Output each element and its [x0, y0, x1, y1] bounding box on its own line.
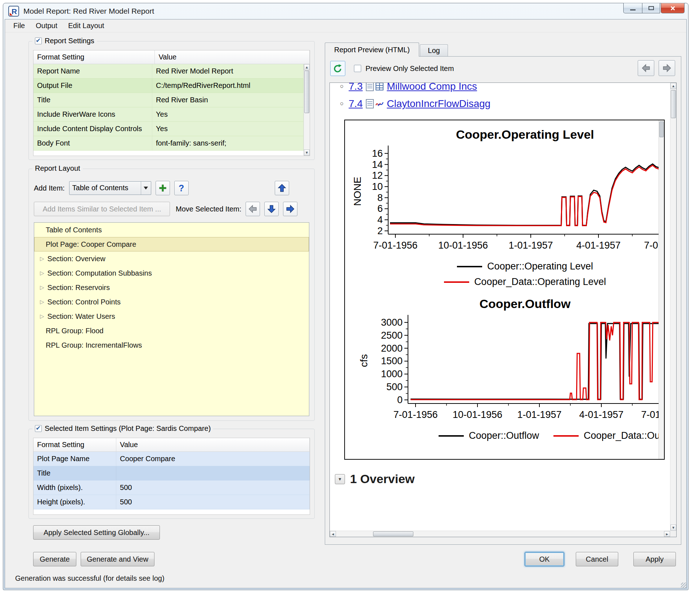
preview-only-checkbox[interactable]: [354, 65, 361, 72]
setting-cell[interactable]: Body Font: [33, 136, 152, 150]
value-cell[interactable]: 500: [116, 481, 310, 495]
toc-link[interactable]: 7.4ClaytonIncrFlowDisagg: [340, 95, 670, 112]
preview-back-button[interactable]: [638, 60, 654, 76]
table-row[interactable]: Height (pixels).500: [33, 495, 310, 509]
value-cell[interactable]: Red River Model Report: [152, 64, 304, 78]
move-right-button[interactable]: [283, 202, 297, 216]
table-row[interactable]: Body Fontfont-family: sans-serif;: [33, 136, 304, 151]
setting-cell[interactable]: Include RiverWare Icons: [33, 107, 152, 121]
menu-edit-layout[interactable]: Edit Layout: [63, 20, 109, 32]
value-cell[interactable]: Cooper Compare: [116, 452, 310, 466]
scroll-thumb[interactable]: [671, 90, 676, 118]
report-layout-list[interactable]: Table of ContentsPlot Page: Cooper Compa…: [34, 222, 309, 416]
expand-icon[interactable]: [40, 284, 44, 291]
collapse-section-button[interactable]: [335, 474, 345, 484]
preview-vertical-scrollbar[interactable]: [670, 83, 676, 531]
value-cell[interactable]: C:/temp/RedRiverReport.html: [152, 79, 304, 93]
setting-cell[interactable]: Output File: [33, 79, 152, 93]
tab-log[interactable]: Log: [420, 44, 448, 57]
move-left-button[interactable]: [246, 202, 260, 216]
tab-report-preview[interactable]: Report Preview (HTML): [325, 43, 419, 57]
table-row[interactable]: Plot Page NameCooper Compare: [33, 452, 310, 466]
selected-item-settings-checkbox[interactable]: [35, 425, 42, 432]
apply-selected-setting-globally-button[interactable]: Apply Selected Setting Globally...: [33, 525, 160, 540]
scroll-down-icon[interactable]: [670, 525, 676, 531]
setting-cell[interactable]: Height (pixels).: [33, 495, 116, 509]
setting-cell[interactable]: Title: [33, 93, 152, 107]
toc-link-number[interactable]: 7.4: [349, 98, 363, 110]
report-settings-scrollbar[interactable]: [304, 64, 310, 156]
scroll-right-icon[interactable]: [664, 531, 670, 537]
expand-icon[interactable]: [40, 255, 44, 262]
scroll-thumb[interactable]: [659, 121, 664, 137]
combo-dropdown-icon[interactable]: [141, 182, 151, 195]
value-cell[interactable]: Red River Basin: [152, 93, 304, 107]
generate-and-view-button[interactable]: Generate and View: [81, 552, 154, 566]
column-header-format-setting[interactable]: Format Setting: [33, 50, 155, 64]
help-button[interactable]: [174, 181, 189, 195]
layout-item[interactable]: Section: Water Users: [34, 309, 309, 324]
toc-link-label[interactable]: Millwood Comp Incs: [387, 83, 477, 92]
value-cell[interactable]: font-family: sans-serif;: [152, 136, 304, 150]
setting-cell[interactable]: Width (pixels).: [33, 481, 116, 495]
resize-grip[interactable]: [681, 583, 687, 589]
layout-item[interactable]: Section: Computation Subbasins: [34, 266, 309, 280]
scroll-thumb[interactable]: [373, 531, 413, 536]
value-cell[interactable]: 500: [116, 495, 310, 509]
toc-link-number[interactable]: 7.3: [349, 83, 363, 92]
setting-cell[interactable]: Title: [33, 466, 116, 480]
expand-icon[interactable]: [40, 299, 44, 305]
setting-cell[interactable]: Report Name: [33, 64, 152, 78]
cancel-button[interactable]: Cancel: [576, 552, 618, 566]
toc-link-label[interactable]: ClaytonIncrFlowDisagg: [387, 98, 490, 110]
report-settings-checkbox[interactable]: [35, 37, 42, 44]
plot-box-scrollbar[interactable]: [659, 120, 664, 459]
value-cell[interactable]: Yes: [152, 122, 304, 136]
table-row[interactable]: Include Content Display ControlsYes: [33, 122, 304, 136]
close-button[interactable]: [661, 3, 685, 13]
layout-item[interactable]: Section: Overview: [34, 251, 309, 266]
refresh-button[interactable]: [330, 61, 345, 76]
table-row[interactable]: TitleRed River Basin: [33, 93, 304, 107]
maximize-button[interactable]: [642, 3, 660, 13]
layout-item[interactable]: Plot Page: Cooper Compare: [34, 237, 309, 251]
expand-icon[interactable]: [40, 270, 44, 276]
add-similar-button[interactable]: Add Items Similar to Selected Item ...: [34, 202, 170, 216]
layout-item[interactable]: Table of Contents: [34, 223, 309, 237]
generate-button[interactable]: Generate: [33, 552, 76, 566]
layout-item[interactable]: RPL Group: IncrementalFlows: [34, 338, 309, 352]
move-up-button[interactable]: [275, 181, 289, 195]
expand-icon[interactable]: [40, 313, 44, 320]
layout-item[interactable]: Section: Control Points: [34, 295, 309, 309]
add-item-combobox[interactable]: Table of Contents: [69, 181, 151, 195]
toc-link[interactable]: 7.3Millwood Comp Incs: [340, 83, 670, 95]
apply-button[interactable]: Apply: [633, 552, 676, 566]
value-cell[interactable]: [116, 466, 310, 480]
scroll-thumb[interactable]: [304, 71, 309, 113]
setting-cell[interactable]: Plot Page Name: [33, 452, 116, 466]
table-row[interactable]: Title: [33, 466, 310, 481]
setting-cell[interactable]: Include Content Display Controls: [33, 122, 152, 136]
table-row[interactable]: Width (pixels).500: [33, 481, 310, 495]
scroll-up-icon[interactable]: [304, 64, 310, 70]
layout-item[interactable]: Section: Reservoirs: [34, 280, 309, 295]
titlebar[interactable]: R Model Report: Red River Model Report: [3, 3, 688, 19]
ok-button[interactable]: OK: [525, 552, 564, 566]
scroll-down-icon[interactable]: [304, 150, 310, 156]
table-row[interactable]: Include RiverWare IconsYes: [33, 107, 304, 122]
column-header-format-setting[interactable]: Format Setting: [33, 438, 116, 451]
add-item-button[interactable]: [156, 181, 170, 195]
scroll-up-icon[interactable]: [670, 83, 676, 89]
table-row[interactable]: Output FileC:/temp/RedRiverReport.html: [33, 79, 304, 93]
value-cell[interactable]: Yes: [152, 107, 304, 121]
preview-horizontal-scrollbar[interactable]: [330, 531, 670, 537]
scroll-left-icon[interactable]: [330, 531, 336, 537]
move-down-button[interactable]: [264, 202, 279, 216]
menu-file[interactable]: File: [8, 20, 30, 32]
preview-forward-button[interactable]: [659, 60, 675, 76]
menu-output[interactable]: Output: [30, 20, 63, 32]
layout-item[interactable]: RPL Group: Flood: [34, 324, 309, 338]
minimize-button[interactable]: [623, 3, 642, 13]
column-header-value[interactable]: Value: [155, 50, 310, 64]
table-row[interactable]: Report NameRed River Model Report: [33, 64, 304, 79]
